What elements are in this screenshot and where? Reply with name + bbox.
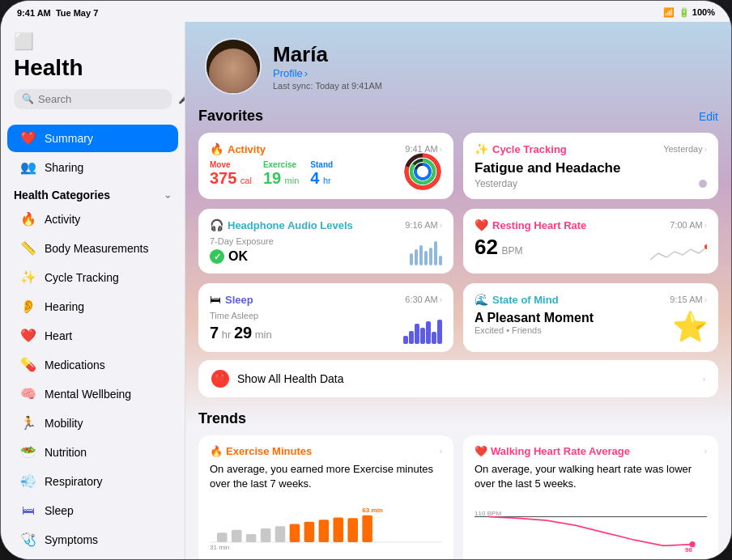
activity-card-icon: 🔥	[210, 142, 223, 155]
favorites-header: Favorites Edit	[198, 108, 718, 125]
headphone-icon: 🎧	[210, 218, 223, 231]
sidebar-item-heart[interactable]: ❤️ Heart	[7, 322, 178, 350]
cycle-dot	[699, 180, 707, 188]
sidebar-item-mobility-label: Mobility	[45, 417, 83, 430]
favorites-edit-button[interactable]: Edit	[699, 110, 718, 123]
exercise-value: 19	[263, 169, 281, 187]
activity-card[interactable]: 🔥 Activity 9:41 AM › Move 375	[198, 133, 453, 199]
move-label: Move	[210, 160, 252, 169]
heart-rate-card-time: 7:00 AM	[670, 220, 702, 230]
sidebar-item-cycle-label: Cycle Tracking	[45, 271, 119, 284]
mic-icon[interactable]: 🎤	[178, 93, 185, 104]
sidebar-item-mental-wellbeing[interactable]: 🧠 Mental Wellbeing	[7, 380, 178, 408]
sidebar-item-sleep[interactable]: 🛏 Sleep	[7, 497, 178, 524]
stand-label: Stand	[310, 160, 333, 169]
ok-status-text: OK	[228, 249, 248, 264]
sidebar-item-body-label: Body Measurements	[45, 242, 148, 255]
health-categories-title: Health Categories	[14, 189, 110, 202]
sidebar-item-vitals[interactable]: 📊 Vitals	[7, 555, 178, 559]
sidebar-item-body-measurements[interactable]: 📏 Body Measurements	[7, 235, 178, 262]
sleep-mini-chart	[403, 316, 442, 344]
status-bar: 9:41 AM Tue May 7 📶 🔋 100%	[1, 1, 731, 21]
sidebar-item-nutrition-label: Nutrition	[45, 446, 87, 459]
heart-rate-card-chevron: ›	[704, 221, 707, 230]
cycle-card-icon: ✨	[475, 142, 488, 155]
exercise-minutes-trend-card[interactable]: 🔥 Exercise Minutes › On average, you ear…	[198, 435, 453, 559]
sidebar-panel-icon: ⬜	[14, 32, 172, 51]
sidebar-item-mobility[interactable]: 🏃 Mobility	[7, 409, 178, 437]
walking-heart-rate-trend-card[interactable]: ❤️ Walking Heart Rate Average › On avera…	[463, 435, 718, 559]
main-content: María Profile › Last sync: Today at 9:41…	[185, 22, 731, 559]
state-of-mind-icon: 🌊	[475, 293, 488, 306]
sidebar-item-symptoms[interactable]: 🩺 Symptoms	[7, 526, 178, 554]
sidebar-header: ⬜ Health 🔍 🎤	[1, 32, 185, 124]
profile-header: María Profile › Last sync: Today at 9:41…	[185, 22, 731, 108]
sleep-card-icon: 🛏	[210, 293, 221, 306]
sleep-card[interactable]: 🛏 Sleep 6:30 AM › Time Asleep 7 hr 29 mi…	[198, 283, 453, 352]
exercise-trend-icon: 🔥	[210, 445, 223, 457]
hearing-icon: 👂	[20, 299, 36, 315]
chevron-down-icon: ⌄	[164, 189, 172, 201]
sidebar-navigation: ❤️ Summary 👥 Sharing Health Categories ⌄…	[1, 124, 185, 559]
sidebar-item-hearing[interactable]: 👂 Hearing	[7, 293, 178, 320]
activity-rings	[403, 152, 442, 191]
state-of-mind-card[interactable]: 🌊 State of Mind 9:15 AM › A Pleasant Mom…	[463, 283, 718, 352]
exercise-trend-title: 🔥 Exercise Minutes	[210, 445, 312, 457]
walking-hr-trend-chart: 110 BPM 98	[475, 499, 707, 556]
sidebar-item-hearing-label: Hearing	[45, 300, 84, 313]
exercise-unit: min	[285, 176, 300, 185]
avatar	[205, 38, 262, 95]
cycle-date: Yesterday	[475, 178, 707, 189]
svg-rect-14	[290, 524, 300, 542]
svg-rect-12	[261, 528, 271, 542]
activity-card-title: Activity	[228, 143, 266, 155]
headphone-audio-card[interactable]: 🎧 Headphone Audio Levels 9:16 AM › 7-Day…	[198, 209, 453, 274]
state-of-mind-chevron: ›	[704, 295, 707, 304]
sidebar-item-nutrition[interactable]: 🥗 Nutrition	[7, 439, 178, 466]
move-unit: cal	[240, 176, 252, 185]
show-all-label: Show All Health Data	[237, 372, 695, 385]
favorites-section: Favorites Edit 🔥 Activity 9:41 AM	[185, 108, 731, 410]
respiratory-icon: 💨	[20, 473, 36, 490]
svg-rect-16	[319, 520, 330, 543]
battery-icon: 🔋 100%	[679, 7, 715, 18]
cycle-card-time: Yesterday	[663, 144, 703, 154]
move-value: 375	[210, 169, 236, 187]
svg-rect-10	[232, 530, 242, 542]
bpm-value: 62	[475, 235, 498, 259]
sidebar-item-medications[interactable]: 💊 Medications	[7, 351, 178, 379]
resting-heart-rate-card[interactable]: ❤️ Resting Heart Rate 7:00 AM › 62 BPM	[463, 209, 718, 274]
sidebar-item-cycle-tracking[interactable]: ✨ Cycle Tracking	[7, 264, 178, 291]
search-input[interactable]	[38, 93, 174, 105]
sidebar-item-heart-label: Heart	[45, 329, 72, 342]
profile-sync-text: Last sync: Today at 9:41AM	[273, 81, 382, 91]
profile-link[interactable]: Profile ›	[273, 67, 382, 79]
stand-unit: hr	[323, 176, 331, 185]
svg-text:31 min: 31 min	[210, 544, 229, 551]
sidebar-item-medications-label: Medications	[45, 358, 105, 371]
sleep-card-time: 6:30 AM	[405, 295, 437, 304]
exercise-label: Exercise	[263, 160, 299, 169]
symptoms-icon: 🩺	[20, 532, 36, 548]
sidebar-item-respiratory-label: Respiratory	[45, 475, 103, 488]
chevron-right-icon: ›	[304, 67, 308, 79]
profile-name: María	[273, 42, 382, 67]
sleep-card-chevron: ›	[440, 295, 442, 304]
sidebar-item-sharing[interactable]: 👥 Sharing	[7, 154, 178, 181]
search-icon: 🔍	[22, 93, 34, 104]
heart-rate-mini-chart	[650, 237, 707, 265]
svg-text:63 min: 63 min	[362, 507, 383, 515]
trends-grid: 🔥 Exercise Minutes › On average, you ear…	[198, 435, 718, 559]
sidebar-item-activity[interactable]: 🔥 Activity	[7, 206, 178, 233]
search-bar[interactable]: 🔍 🎤	[14, 89, 172, 109]
cycle-tracking-card[interactable]: ✨ Cycle Tracking Yesterday › Fatigue and…	[463, 133, 718, 199]
walking-hr-trend-chevron: ›	[704, 447, 707, 456]
show-all-health-data-button[interactable]: ❤️ Show All Health Data ›	[198, 360, 718, 397]
sidebar-item-symptoms-label: Symptoms	[45, 533, 98, 546]
sidebar-item-summary[interactable]: ❤️ Summary	[7, 125, 178, 152]
exercise-trend-description: On average, you earned more Exercise min…	[210, 462, 442, 491]
star-icon: ⭐	[672, 310, 709, 344]
sidebar-item-respiratory[interactable]: 💨 Respiratory	[7, 468, 178, 495]
app-container: ⬜ Health 🔍 🎤 ❤️ Summary 👥 Sharing	[1, 22, 731, 559]
state-of-mind-card-title: State of Mind	[492, 294, 559, 306]
